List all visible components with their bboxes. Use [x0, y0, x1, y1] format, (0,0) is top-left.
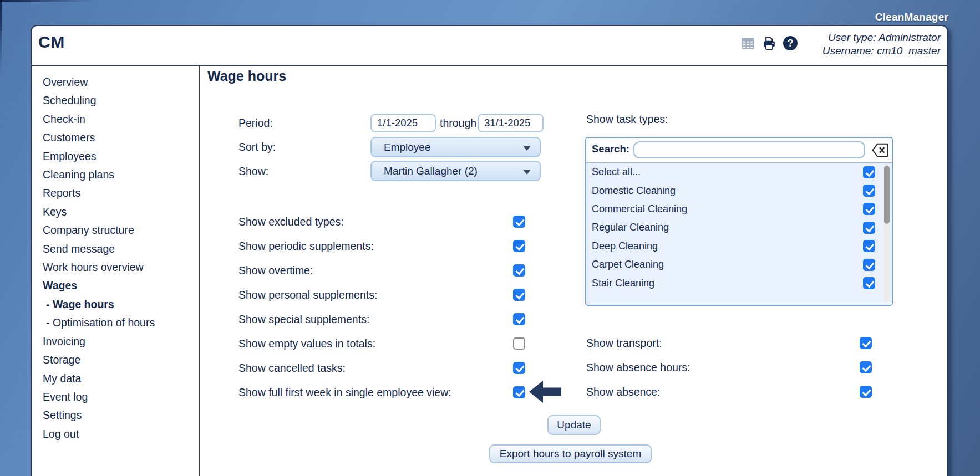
option-label-periodic-supplements: Show periodic supplements: — [238, 238, 374, 254]
scrollbar-track[interactable] — [884, 165, 890, 302]
scrollbar-thumb[interactable] — [884, 166, 890, 224]
pointer-arrow — [529, 381, 561, 405]
sidebar-item-overview[interactable]: Overview — [43, 73, 199, 91]
checkbox-deep-cleaning[interactable] — [863, 240, 875, 252]
list-item-label: Deep Cleaning — [592, 240, 658, 252]
checkbox-regular-cleaning[interactable] — [863, 222, 875, 234]
option-label-absence-hours: Show absence hours: — [586, 360, 690, 375]
checkbox-domestic-cleaning[interactable] — [863, 185, 875, 197]
sidebar-item-work-hours-overview[interactable]: Work hours overview — [43, 258, 199, 277]
checkbox-stair-cleaning[interactable] — [863, 277, 875, 289]
checkbox-commercial-cleaning[interactable] — [863, 203, 875, 215]
header-toolbar: ? — [740, 35, 798, 51]
task-types-label: Show task types: — [586, 111, 668, 127]
sidebar-item-wage-hours[interactable]: - Wage hours — [43, 295, 199, 314]
list-item-stair-cleaning[interactable]: Stair Cleaning — [586, 274, 892, 292]
list-item-select-all[interactable]: Select all... — [586, 163, 892, 181]
sidebar-item-event-log[interactable]: Event log — [43, 388, 199, 406]
option-label-empty-values: Show empty values in totals: — [238, 336, 375, 351]
checkbox-transport[interactable] — [860, 337, 872, 349]
option-label-cancelled-tasks: Show cancelled tasks: — [238, 360, 346, 376]
main-content: Wage hours Period: through Sort by: Empl… — [200, 66, 947, 476]
task-types-search-row: Search: — [586, 138, 892, 163]
app-logo: CM — [38, 33, 65, 52]
sidebar-item-log-out[interactable]: Log out — [43, 425, 199, 443]
sidebar-item-customers[interactable]: Customers — [43, 129, 199, 147]
checkbox-excluded-types[interactable] — [513, 216, 525, 228]
checkbox-full-first-week[interactable] — [513, 386, 525, 398]
sidebar-item-reports[interactable]: Reports — [43, 184, 199, 202]
list-item-carpet-cleaning[interactable]: Carpet Cleaning — [586, 255, 892, 274]
chevron-down-icon — [523, 170, 531, 175]
export-payroll-button[interactable]: Export hours to payroll system — [489, 444, 652, 463]
list-item-label: Commercial Cleaning — [592, 203, 687, 215]
task-types-list: Select all... Domestic Cleaning Commerci… — [586, 163, 892, 305]
update-button[interactable]: Update — [547, 415, 601, 435]
sidebar-item-scheduling[interactable]: Scheduling — [43, 91, 199, 110]
sidebar-item-storage[interactable]: Storage — [43, 351, 199, 369]
option-label-personal-supplements: Show personal supplements: — [238, 287, 377, 303]
option-label-special-supplements: Show special supplements: — [238, 311, 369, 327]
checkbox-absence[interactable] — [860, 386, 872, 398]
sidebar-item-invoicing[interactable]: Invoicing — [43, 332, 199, 351]
checkbox-select-all[interactable] — [863, 166, 875, 178]
show-label: Show: — [238, 163, 268, 179]
user-info: User type: Administrator Username: cm10_… — [822, 31, 941, 58]
checkbox-absence-hours[interactable] — [860, 361, 872, 373]
list-item-label: Select all... — [592, 166, 641, 178]
option-label-full-first-week: Show full first week in single employee … — [238, 385, 451, 400]
show-employee-dropdown[interactable]: Martin Gallagher (2) — [370, 161, 541, 181]
sidebar-item-employees[interactable]: Employees — [43, 147, 199, 166]
user-type-text: User type: Administrator — [822, 31, 941, 44]
list-item-label: Stair Cleaning — [592, 278, 654, 289]
option-label-excluded-types: Show excluded types: — [238, 214, 344, 229]
sidebar-item-wages[interactable]: Wages — [43, 277, 199, 295]
list-item-domestic-cleaning[interactable]: Domestic Cleaning — [586, 181, 892, 199]
sidebar-item-check-in[interactable]: Check-in — [43, 110, 199, 129]
sidebar-item-company-structure[interactable]: Company structure — [43, 221, 199, 239]
list-item-label: Domestic Cleaning — [592, 185, 676, 197]
list-item-label: Carpet Cleaning — [592, 259, 664, 270]
checkbox-overtime[interactable] — [513, 264, 525, 277]
checkbox-cancelled-tasks[interactable] — [513, 362, 525, 374]
checkbox-empty-values[interactable] — [513, 337, 525, 350]
sidebar-item-my-data[interactable]: My data — [43, 370, 199, 388]
checkbox-special-supplements[interactable] — [513, 313, 525, 325]
list-item-deep-cleaning[interactable]: Deep Cleaning — [586, 237, 892, 255]
show-employee-value: Martin Gallagher (2) — [384, 165, 478, 177]
option-label-transport: Show transport: — [586, 335, 662, 351]
checkbox-personal-supplements[interactable] — [513, 289, 525, 301]
window-edge-shade-left — [0, 0, 2, 72]
app-window: CM ? User type: Administrator Username: — [31, 25, 948, 476]
option-label-overtime: Show overtime: — [238, 263, 313, 278]
table-grid-icon[interactable] — [740, 36, 755, 51]
printer-icon[interactable] — [761, 35, 777, 51]
checkbox-periodic-supplements[interactable] — [513, 240, 525, 252]
brand-watermark: CleanManager — [875, 11, 948, 23]
username-text: Username: cm10_master — [822, 44, 941, 58]
sidebar-item-cleaning-plans[interactable]: Cleaning plans — [43, 166, 199, 184]
period-to-input[interactable] — [478, 114, 544, 132]
sidebar-item-send-message[interactable]: Send message — [43, 240, 199, 258]
sidebar-item-keys[interactable]: Keys — [43, 203, 199, 221]
chevron-down-icon — [523, 146, 531, 151]
sort-by-dropdown[interactable]: Employee — [370, 137, 541, 157]
list-item-label: Regular Cleaning — [592, 222, 669, 233]
list-item-commercial-cleaning[interactable]: Commercial Cleaning — [586, 200, 892, 218]
page-title: Wage hours — [207, 68, 286, 84]
checkbox-carpet-cleaning[interactable] — [863, 259, 875, 271]
period-from-input[interactable] — [370, 114, 436, 132]
clear-search-icon[interactable] — [872, 142, 889, 158]
sort-by-value: Employee — [384, 141, 431, 153]
list-item-regular-cleaning[interactable]: Regular Cleaning — [586, 218, 892, 237]
period-label: Period: — [238, 115, 273, 131]
sidebar-nav: Overview Scheduling Check-in Customers E… — [32, 66, 200, 476]
search-input[interactable] — [633, 141, 865, 158]
option-label-absence: Show absence: — [586, 384, 660, 400]
sidebar-item-optimisation-of-hours[interactable]: - Optimisation of hours — [43, 314, 199, 332]
help-icon[interactable]: ? — [783, 36, 798, 50]
sidebar-item-settings[interactable]: Settings — [43, 406, 199, 424]
sort-by-label: Sort by: — [238, 139, 276, 155]
task-types-panel: Search: Select all... Domestic Cleaning — [585, 137, 893, 306]
period-through-label: through — [440, 115, 476, 131]
